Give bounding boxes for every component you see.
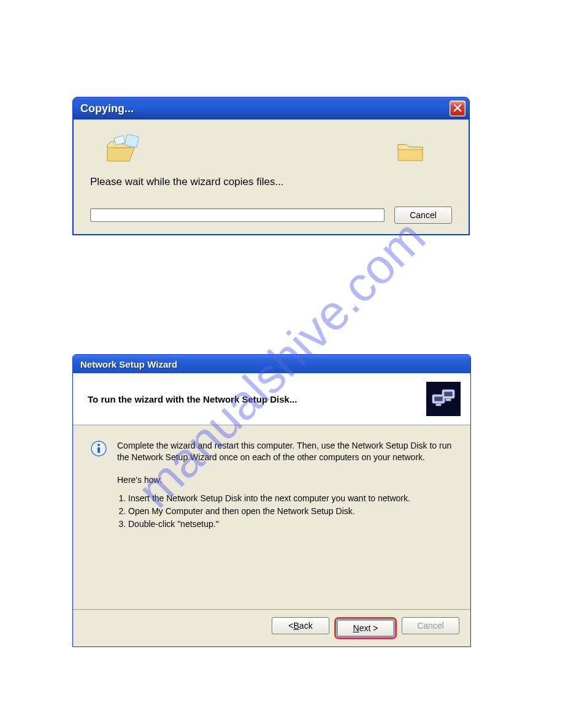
folder-destination-icon	[396, 137, 425, 163]
network-computers-icon	[426, 382, 461, 416]
svg-rect-4	[434, 396, 443, 401]
wizard-body: Complete the wizard and restart this com…	[73, 425, 470, 609]
back-button[interactable]: < Back	[272, 617, 329, 634]
info-icon	[90, 440, 109, 531]
wizard-dialog: Network Setup Wizard To run the wizard w…	[72, 354, 471, 647]
close-button[interactable]	[450, 100, 465, 116]
wizard-info-text: Complete the wizard and restart this com…	[117, 440, 453, 531]
copying-dialog: Copying...	[72, 97, 470, 235]
wizard-titlebar[interactable]: Network Setup Wizard	[73, 355, 470, 373]
wizard-cancel-button: Cancel	[402, 617, 459, 634]
wizard-title: Network Setup Wizard	[80, 359, 177, 370]
wizard-step: Open My Computer and then open the Netwo…	[128, 505, 453, 517]
wizard-footer: < Back Next > Cancel	[73, 609, 470, 646]
copying-titlebar[interactable]: Copying...	[73, 97, 469, 119]
svg-rect-6	[436, 404, 441, 406]
cancel-button[interactable]: Cancel	[394, 207, 452, 224]
wizard-step: Insert the Network Setup Disk into the n…	[128, 492, 453, 504]
wizard-header-text: To run the wizard with the Network Setup…	[88, 394, 416, 404]
folder-animation-row	[90, 132, 452, 169]
svg-rect-5	[444, 392, 453, 396]
copying-wait-text: Please wait while the wizard copies file…	[90, 176, 452, 188]
wizard-header: To run the wizard with the Network Setup…	[73, 373, 470, 425]
copying-progress-bar	[90, 208, 385, 222]
svg-rect-0	[124, 134, 139, 148]
next-button[interactable]: Next >	[337, 620, 394, 637]
wizard-step: Double-click "netsetup."	[128, 518, 453, 530]
copying-progress-row: Cancel	[90, 207, 452, 224]
wizard-info-paragraph: Complete the wizard and restart this com…	[117, 441, 451, 462]
svg-rect-7	[446, 399, 451, 401]
svg-rect-10	[98, 447, 100, 453]
copying-body: Please wait while the wizard copies file…	[73, 119, 469, 235]
wizard-steps-list: Insert the Network Setup Disk into the n…	[117, 492, 453, 531]
next-button-highlight: Next >	[334, 617, 397, 639]
svg-point-9	[98, 444, 100, 446]
close-icon	[453, 104, 462, 114]
heres-how-label: Here's how:	[117, 474, 453, 486]
folder-open-source-icon	[105, 134, 144, 166]
copying-title: Copying...	[80, 102, 450, 115]
